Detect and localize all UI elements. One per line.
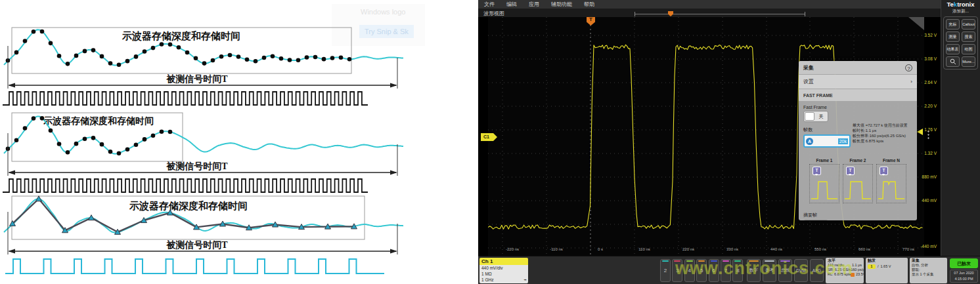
- diagram-1: 示波器存储深度和存储时间 被测信号时间T: [0, 20, 434, 107]
- info-length: 帧长度:6.875 kpts: [853, 138, 916, 144]
- bus-button[interactable]: 总线: [778, 259, 792, 282]
- lock-icon: [851, 273, 855, 277]
- trigger-balloon-icon: T: [846, 167, 855, 175]
- voltage-axis-label: 1.32 V: [914, 151, 937, 155]
- channel2-button[interactable]: 2: [660, 259, 671, 282]
- diagram-3-time-label: 被测信号时间T: [166, 239, 228, 250]
- summary-frame-label: 摘要帧: [803, 212, 912, 218]
- horizontal-badge[interactable]: 水平 110 ns/div1.1 μs SR: 6.25 GS/s160 ps/…: [826, 258, 864, 283]
- fastframe-toggle[interactable]: 关: [803, 111, 828, 122]
- frame-count-value: 20k: [838, 138, 848, 144]
- diagram-panel: Windows logo Try Snip & Sk 示波器存储深度和存储时间 …: [0, 0, 478, 284]
- frame-2: Frame 2 T: [843, 158, 873, 203]
- voltage-axis-label: 3.08 V: [914, 56, 937, 61]
- frame-n: Frame N T: [876, 158, 906, 203]
- toggle-knob: [805, 112, 814, 121]
- arrow-right-head: [390, 170, 397, 174]
- magnifier-icon: [950, 58, 956, 65]
- trigger-level-arrow-icon[interactable]: [917, 129, 923, 135]
- diagram-1-title: 示波器存储深度和存储时间: [122, 30, 240, 41]
- fastframe-toggle-label: Fast Frame: [803, 105, 912, 110]
- rising-slope-icon: /: [878, 264, 879, 269]
- time-axis-label: -220 ns: [506, 247, 519, 251]
- afg-button[interactable]: AFG: [810, 259, 824, 282]
- tektronix-logo: Tektronix: [941, 1, 980, 8]
- channel6-button[interactable]: 6: [709, 259, 719, 282]
- frame-count-input[interactable]: A 20k: [803, 134, 851, 148]
- help-icon[interactable]: ?: [905, 64, 912, 71]
- panel-header: 采集 ?: [799, 61, 917, 74]
- channel7-button[interactable]: 7: [721, 259, 731, 282]
- waveform-view-tab[interactable]: 波形视图: [483, 10, 504, 17]
- time-axis-label: 440 ns: [770, 247, 782, 251]
- time-axis-label: 330 ns: [726, 247, 738, 251]
- channel1-title: Ch 1: [479, 258, 528, 265]
- chevron-right-icon: ›: [910, 79, 912, 85]
- channel4-button[interactable]: 4: [684, 259, 695, 282]
- move-handle-icon[interactable]: ⌁: [523, 277, 527, 283]
- menu-edit[interactable]: 编辑: [501, 1, 523, 8]
- time-axis-label: 110 ns: [638, 247, 650, 251]
- more-button[interactable]: More...: [962, 56, 975, 67]
- time-axis-label: -110 ns: [550, 247, 563, 251]
- zoom-search-button[interactable]: [946, 56, 960, 67]
- menu-help[interactable]: 帮助: [578, 1, 600, 8]
- channel3-button[interactable]: 3: [672, 259, 682, 282]
- overview-trigger-marker-icon[interactable]: [668, 11, 673, 16]
- summary-frame-toggle[interactable]: 关: [803, 220, 828, 220]
- ref-button[interactable]: 参考: [763, 259, 776, 282]
- dvm-button[interactable]: DVM: [794, 259, 808, 282]
- diagram-2: 示波器存储深度和存储时间 被测信号时间T: [0, 108, 434, 193]
- arrow-right-head: [390, 249, 397, 253]
- time-axis-label: 550 ns: [814, 247, 826, 251]
- settings-label: 设置: [803, 78, 814, 85]
- arrow-left-head: [8, 83, 15, 87]
- diagram-2-time-label: 被测信号时间T: [166, 161, 228, 171]
- menu-file[interactable]: 文件: [478, 1, 501, 8]
- toggle-state: 关: [814, 113, 828, 120]
- record-overview-bar[interactable]: [635, 12, 805, 16]
- panel-title: 采集: [803, 64, 814, 71]
- add-new-group: 光标 Callout 测量 搜索 结果表 绘图 More...: [943, 16, 978, 70]
- diagram-3: 示波器存储深度和存储时间 被测信号时间T: [0, 192, 434, 284]
- scroll-grip-icon[interactable]: [927, 130, 929, 139]
- triggered-status-button[interactable]: 已触发: [950, 258, 978, 268]
- arrow-left-head: [8, 170, 15, 174]
- diagram-2-title: 示波器存储深度和存储时间: [43, 115, 154, 126]
- settings-row[interactable]: 设置 ›: [799, 75, 917, 89]
- trigger-balloon-icon: T: [880, 167, 888, 175]
- view-tab-row: 波形视图: [478, 9, 941, 17]
- measure-button[interactable]: 测量: [946, 31, 960, 42]
- info-duration: 帧时长:1.1 μs: [853, 128, 916, 133]
- time-text: 4:15:00 PM: [950, 276, 977, 282]
- menu-utility[interactable]: 应用: [523, 1, 545, 8]
- keypad-a-icon: A: [806, 138, 813, 145]
- frame-1: Frame 1 T: [809, 158, 839, 203]
- date-text: 07 Jun 2020: [950, 270, 977, 276]
- windows-overlay-title: Windows logo: [361, 8, 405, 16]
- voltage-axis-label: 2.64 V: [914, 80, 937, 85]
- trigger-balloon-icon: T: [813, 167, 821, 175]
- search-button[interactable]: 搜索: [962, 31, 975, 42]
- plot-button[interactable]: 绘图: [962, 44, 975, 54]
- voltage-axis-label: 880 mV: [914, 174, 937, 179]
- frames-illustration: Frame 1 T Frame 2 T Fr: [803, 158, 912, 203]
- arrow-right-head: [390, 83, 397, 87]
- channel8-button[interactable]: 8: [732, 259, 743, 282]
- fastframe-info: 最大值 =72.727 k 使用当前设置 帧时长:1.1 μs 帧分辨率:160…: [853, 123, 916, 144]
- results-table-button[interactable]: 结果表: [946, 44, 960, 54]
- fastframe-body: Fast Frame 关 帧数 A 20k 最大值 =72.727 k 使用当前…: [799, 101, 917, 220]
- digital-button[interactable]: 数字: [747, 259, 761, 282]
- menu-accessibility[interactable]: 辅助功能: [545, 1, 578, 8]
- voltage-axis-label: -440 mV: [914, 244, 937, 249]
- callout-button[interactable]: Callout: [962, 19, 975, 30]
- acquisition-badge[interactable]: 采集 自动, 分析 获取: 显示 1 个采集: [910, 258, 947, 283]
- fastframe-section-header: FAST FRAME: [799, 89, 917, 101]
- channel5-button[interactable]: 5: [696, 259, 707, 282]
- channel1-badge[interactable]: Ch 1 440 mV/div 1 MΩ 1 GHz ⌁: [479, 258, 528, 283]
- cursor-button[interactable]: 光标: [946, 19, 960, 30]
- trigger-badge[interactable]: 触发 1 / 1.65 V: [866, 258, 908, 283]
- menu-bar: 文件 编辑 应用 辅助功能 帮助: [478, 0, 941, 9]
- overview-line: [635, 14, 805, 14]
- info-max: 最大值 =72.727 k 使用当前设置: [853, 123, 916, 128]
